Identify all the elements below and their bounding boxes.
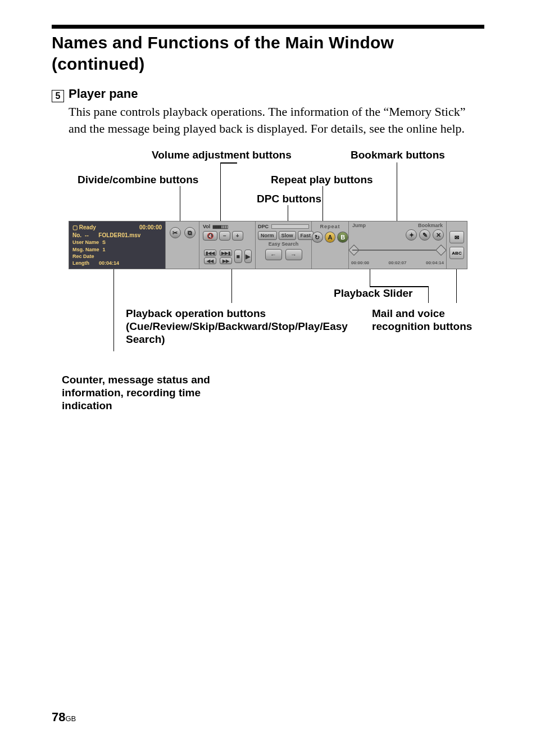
bookmark-prev-button[interactable]: ✦	[406, 229, 417, 241]
dpc-meter	[271, 224, 309, 229]
slider-time-start: 00:00:00	[351, 260, 369, 265]
leader-divide-v	[180, 186, 180, 221]
play-button[interactable]: ▶	[244, 250, 252, 263]
easy-back-button[interactable]: ←	[265, 249, 282, 260]
bookmark-add-button[interactable]: ✎	[419, 229, 430, 241]
label-volume: Volume adjustment buttons	[152, 149, 292, 161]
label-bookmark: Bookmark buttons	[351, 149, 445, 161]
voice-recognition-button[interactable]: ABC	[449, 247, 464, 259]
divide-combine-group: ✂ ⧉	[166, 221, 199, 269]
counter-info-panel: ▢ Ready 00:00:00 No. -- FOLDER01.msv Use…	[69, 221, 166, 269]
repeat-label: Repeat	[312, 224, 348, 229]
label-slider: Playback Slider	[334, 287, 412, 300]
vol-down-button[interactable]: −	[219, 231, 230, 241]
easy-search-label: Easy Search	[258, 241, 309, 247]
combine-button[interactable]: ⧉	[184, 227, 196, 238]
repeat-a-button[interactable]: A	[325, 232, 336, 243]
slider-b-marker[interactable]	[435, 245, 447, 256]
leader-repeat-v	[322, 186, 323, 221]
no-label: No.	[72, 232, 81, 239]
divide-button[interactable]: ✂	[170, 227, 181, 238]
playback-slider[interactable]	[352, 250, 443, 251]
label-counter: Counter, message status and information,…	[62, 374, 225, 412]
label-dpc: DPC buttons	[257, 193, 321, 205]
review-button[interactable]: ◀◀	[204, 257, 216, 264]
no-value: --	[85, 232, 89, 239]
username-value: S	[102, 239, 106, 246]
leader-playback-v	[231, 269, 232, 303]
page-number: 78	[52, 710, 65, 724]
msgname-value: 1	[103, 246, 106, 253]
section-heading: 5 Player pane	[52, 87, 484, 101]
vol-up-button[interactable]: +	[232, 231, 243, 241]
msgname-label: Msg. Name	[72, 246, 99, 253]
repeat-b-button[interactable]: B	[337, 232, 348, 243]
cue-button[interactable]: ▶▶	[220, 257, 232, 264]
leader-mail-v	[456, 269, 457, 303]
bottom-label-area: Counter, message status and information,…	[52, 354, 484, 477]
leader-volume-v	[220, 162, 221, 221]
label-playback-ops: Playback operation buttons (Cue/Review/S…	[126, 307, 317, 346]
slider-time-end: 00:04:14	[426, 260, 444, 265]
repeat-loop-button[interactable]: ↻	[312, 232, 323, 243]
mail-button[interactable]: ✉	[449, 231, 464, 243]
dpc-label: DPC	[258, 224, 269, 229]
dpc-fast-button[interactable]: Fast	[298, 231, 314, 240]
recdate-label: Rec Date	[72, 253, 94, 260]
leader-counter-v	[113, 269, 114, 351]
playback-slider-group: Jump Bookmark ✦ ✎ ✕ 00:00:00 00:02:07 00…	[349, 221, 447, 269]
username-label: User Name	[72, 239, 99, 246]
player-pane: ▢ Ready 00:00:00 No. -- FOLDER01.msv Use…	[69, 221, 467, 269]
volume-transport-group: Vol ▮▮▮▮▮▯▯▯▯ 🔇 − + ▮◀◀ ◀◀ ▶▶▮ ▶▶ ■ ▶	[199, 221, 256, 269]
leader-dpc-v	[288, 205, 288, 221]
page-footer: 78GB	[52, 710, 76, 725]
mute-button[interactable]: 🔇	[203, 231, 217, 241]
status-text: Ready	[79, 224, 96, 230]
counter-time: 00:00:00	[139, 224, 162, 232]
leader-slider-v	[370, 269, 370, 286]
label-repeat: Repeat play buttons	[271, 174, 373, 186]
leader-bookmark-v	[397, 162, 397, 221]
easy-fwd-button[interactable]: →	[285, 249, 302, 260]
dpc-group: DPC Norm Slow Fast Easy Search ← →	[256, 221, 312, 269]
repeat-group: Repeat ↻ A B	[312, 221, 349, 269]
jump-label: Jump	[352, 223, 366, 228]
rule-top	[52, 25, 484, 29]
leader-slider-v2	[428, 286, 429, 303]
volume-meter: ▮▮▮▮▮▯▯▯▯	[212, 224, 228, 229]
dpc-slow-button[interactable]: Slow	[279, 231, 296, 240]
mail-voice-group: ✉ ABC	[447, 221, 467, 269]
leader-volume-h	[220, 162, 237, 163]
bookmark-label: Bookmark	[418, 223, 443, 228]
item-title: Player pane	[69, 87, 138, 101]
label-mail: Mail and voice recognition buttons	[372, 307, 490, 333]
body-paragraph: This pane controls playback operations. …	[69, 103, 484, 137]
skip-back-button[interactable]: ▮◀◀	[204, 250, 216, 256]
item-number-box: 5	[52, 90, 64, 102]
vol-label: Vol	[203, 224, 210, 229]
folder-name: FOLDER01.msv	[98, 232, 140, 239]
dpc-norm-button[interactable]: Norm	[258, 231, 277, 240]
label-divide: Divide/combine buttons	[78, 174, 198, 186]
length-label: Length	[72, 260, 89, 266]
callout-diagram: Volume adjustment buttons Bookmark butto…	[52, 149, 484, 351]
bookmark-del-button[interactable]: ✕	[433, 229, 444, 241]
page-suffix: GB	[65, 714, 76, 723]
stop-button[interactable]: ■	[234, 250, 242, 263]
slider-time-mid: 00:02:07	[388, 260, 406, 265]
page-title: Names and Functions of the Main Window (…	[52, 32, 484, 74]
skip-fwd-button[interactable]: ▶▶▮	[220, 250, 232, 256]
length-value: 00:04:14	[99, 260, 119, 266]
